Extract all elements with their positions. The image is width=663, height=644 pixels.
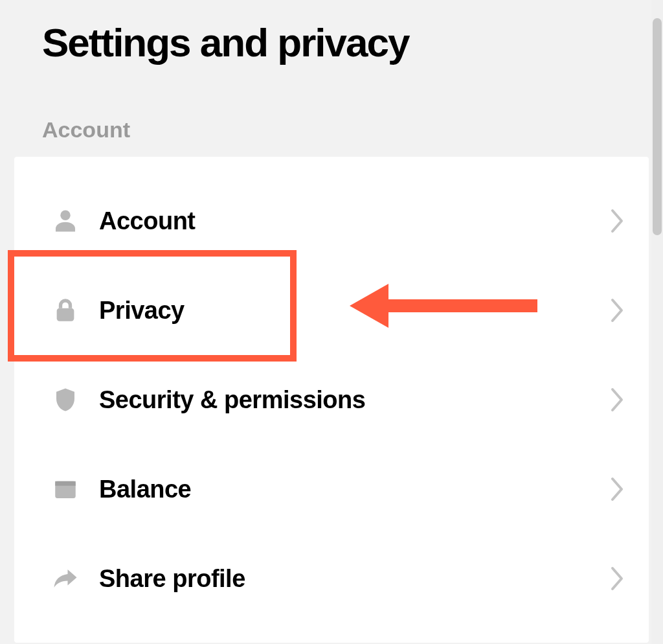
share-icon [50,563,81,594]
shield-icon [50,384,81,415]
chevron-right-icon [610,387,625,413]
svg-rect-3 [55,481,76,486]
row-label: Security & permissions [99,386,610,414]
chevron-right-icon [610,566,625,592]
row-label: Balance [99,476,610,503]
scrollbar-thumb[interactable] [653,18,662,235]
row-label: Share profile [99,565,610,593]
row-label: Privacy [99,297,610,325]
section-label-account: Account [0,65,663,157]
person-icon [50,205,81,236]
row-share-profile[interactable]: Share profile [14,534,649,623]
accounts-panel: Account Privacy Security & permission [14,157,649,643]
chevron-right-icon [610,476,625,502]
wallet-icon [50,474,81,505]
chevron-right-icon [610,208,625,234]
scrollbar-track[interactable] [651,0,663,644]
row-security[interactable]: Security & permissions [14,355,649,444]
row-privacy[interactable]: Privacy [14,266,649,355]
lock-icon [50,295,81,326]
row-account[interactable]: Account [14,176,649,266]
row-balance[interactable]: Balance [14,444,649,534]
svg-point-0 [60,211,70,220]
row-label: Account [99,207,610,235]
page-title: Settings and privacy [0,0,663,65]
svg-rect-1 [57,308,74,321]
chevron-right-icon [610,297,625,323]
